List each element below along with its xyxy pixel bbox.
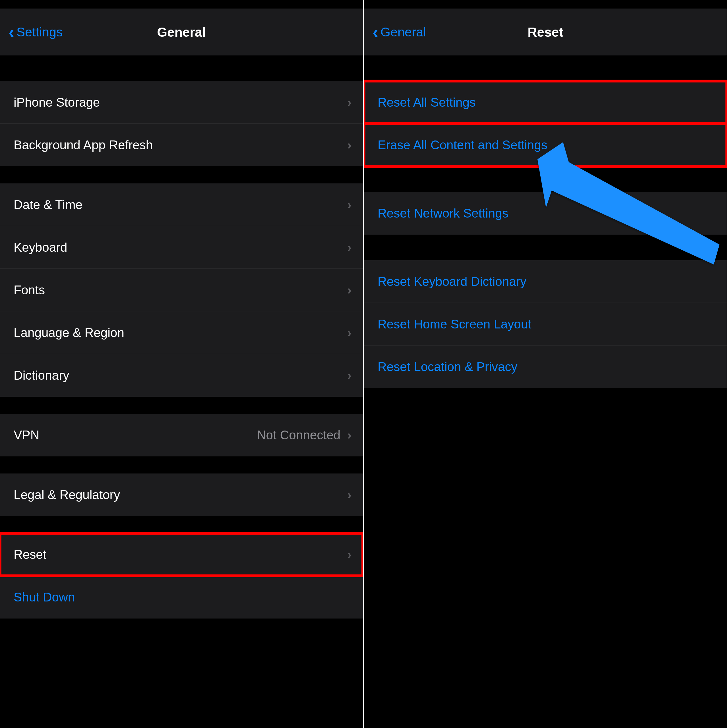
row-label: Legal & Regulatory [14,488,120,502]
row-label: Reset [14,548,46,562]
row-label: Shut Down [14,590,75,604]
row-background-app-refresh[interactable]: Background App Refresh › [0,124,363,166]
row-label: Erase All Content and Settings [378,138,548,152]
row-label: Reset Keyboard Dictionary [378,274,526,289]
section-gap [0,55,363,81]
section-gap [364,166,727,192]
group-reset: Reset › Shut Down [0,533,363,618]
section-gap [364,55,727,81]
row-legal-regulatory[interactable]: Legal & Regulatory › [0,474,363,516]
section-gap [364,235,727,260]
chevron-left-icon: ‹ [373,24,378,41]
navbar-general: ‹ Settings General [0,9,363,55]
row-label: Reset Network Settings [378,206,508,220]
row-vpn[interactable]: VPN Not Connected › [0,414,363,456]
chevron-right-icon: › [347,198,352,212]
row-label: Keyboard [14,240,67,254]
row-date-time[interactable]: Date & Time › [0,184,363,226]
row-reset[interactable]: Reset › [0,533,363,576]
chevron-right-icon: › [347,138,352,152]
row-reset-all-settings[interactable]: Reset All Settings [364,81,727,124]
row-label: Date & Time [14,198,83,212]
group-reset-other: Reset Keyboard Dictionary Reset Home Scr… [364,260,727,388]
row-label: Reset All Settings [378,95,476,110]
row-label: iPhone Storage [14,95,100,110]
chevron-left-icon: ‹ [9,24,14,41]
row-shut-down[interactable]: Shut Down [0,576,363,618]
row-label: Background App Refresh [14,138,153,152]
group-storage: iPhone Storage › Background App Refresh … [0,81,363,166]
back-label: Settings [17,25,63,40]
row-label: Fonts [14,283,45,297]
chevron-right-icon: › [347,368,352,382]
status-bar [364,0,727,9]
screen-reset: ‹ General Reset Reset All Settings Erase… [364,0,728,728]
group-vpn: VPN Not Connected › [0,414,363,456]
group-reset-network: Reset Network Settings [364,192,727,235]
row-dictionary[interactable]: Dictionary › [0,354,363,397]
row-erase-all-content[interactable]: Erase All Content and Settings [364,124,727,166]
section-gap [0,516,363,533]
row-fonts[interactable]: Fonts › [0,269,363,311]
row-label: Reset Home Screen Layout [378,317,532,331]
back-label: General [381,25,426,40]
chevron-right-icon: › [347,548,352,562]
row-iphone-storage[interactable]: iPhone Storage › [0,81,363,124]
row-detail: Not Connected [257,428,341,442]
row-label: VPN [14,428,39,442]
row-label: Reset Location & Privacy [378,360,518,374]
chevron-right-icon: › [347,428,352,442]
chevron-right-icon: › [347,488,352,502]
row-language-region[interactable]: Language & Region › [0,311,363,354]
navbar-reset: ‹ General Reset [364,9,727,55]
section-gap [0,166,363,184]
screen-general: ‹ Settings General iPhone Storage › Back… [0,0,364,728]
section-gap [0,397,363,414]
chevron-right-icon: › [347,283,352,297]
chevron-right-icon: › [347,95,352,110]
row-keyboard[interactable]: Keyboard › [0,226,363,269]
row-reset-location-privacy[interactable]: Reset Location & Privacy [364,346,727,388]
row-reset-home-screen-layout[interactable]: Reset Home Screen Layout [364,303,727,346]
status-bar [0,0,363,9]
row-reset-network-settings[interactable]: Reset Network Settings [364,192,727,235]
row-label: Dictionary [14,368,69,382]
group-datetime: Date & Time › Keyboard › Fonts › Languag… [0,184,363,397]
back-button-general[interactable]: ‹ General [373,24,426,41]
chevron-right-icon: › [347,240,352,254]
chevron-right-icon: › [347,326,352,340]
group-reset-top: Reset All Settings Erase All Content and… [364,81,727,166]
back-button-settings[interactable]: ‹ Settings [9,24,63,41]
row-label: Language & Region [14,326,124,340]
row-reset-keyboard-dictionary[interactable]: Reset Keyboard Dictionary [364,260,727,303]
page-title: Reset [528,24,563,40]
group-legal: Legal & Regulatory › [0,474,363,516]
page-title: General [157,24,206,40]
section-gap [0,456,363,474]
